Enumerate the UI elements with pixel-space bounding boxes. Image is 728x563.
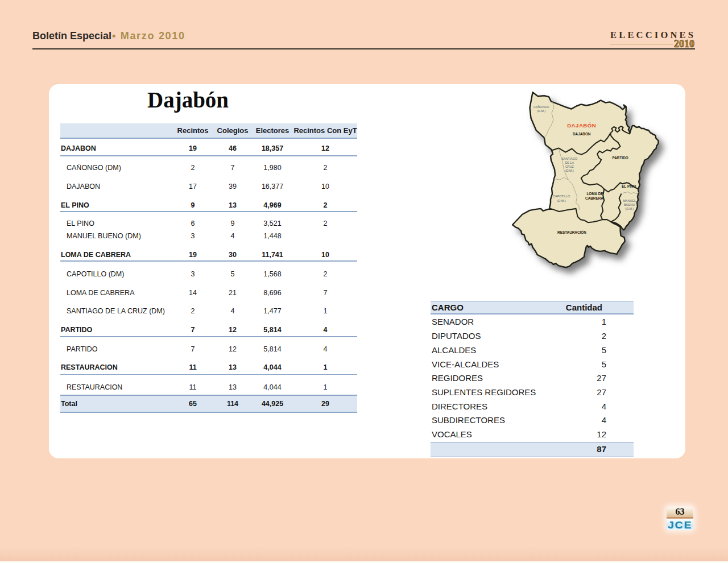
svg-text:DAJABON: DAJABON <box>573 132 591 136</box>
svg-text:DE LA: DE LA <box>565 161 574 164</box>
svg-text:MANUEL: MANUEL <box>623 199 636 202</box>
svg-text:(D.M.): (D.M.) <box>557 199 566 202</box>
svg-text:LOMA DE: LOMA DE <box>586 192 603 196</box>
svg-text:(D.M.): (D.M.) <box>625 207 634 210</box>
svg-text:SANTIAGO: SANTIAGO <box>562 157 578 160</box>
svg-text:RESTAURACIÓN: RESTAURACIÓN <box>557 230 586 234</box>
svg-text:CABRERA: CABRERA <box>585 196 603 200</box>
svg-text:CAPOTILLO: CAPOTILLO <box>553 194 570 198</box>
svg-text:BUENO: BUENO <box>624 203 635 206</box>
svg-text:(D.M.): (D.M.) <box>565 169 574 172</box>
svg-text:PARTIDO: PARTIDO <box>612 156 628 160</box>
svg-text:EL PINO: EL PINO <box>622 184 636 188</box>
svg-text:(D.M.): (D.M.) <box>537 109 545 113</box>
svg-text:CAÑONGO: CAÑONGO <box>533 105 549 109</box>
svg-text:DAJABÓN: DAJABÓN <box>567 122 596 129</box>
svg-text:CRUZ: CRUZ <box>565 165 574 168</box>
